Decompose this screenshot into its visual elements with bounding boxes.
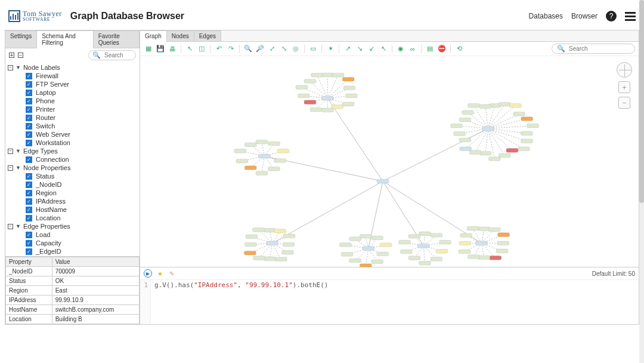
- graph-node[interactable]: [497, 241, 509, 245]
- graph-node[interactable]: [274, 159, 286, 163]
- nav-browser[interactable]: Browser: [571, 12, 597, 20]
- graph-node[interactable]: [498, 233, 510, 237]
- graph-node[interactable]: [527, 124, 539, 128]
- checkbox-icon[interactable]: ✓: [26, 190, 32, 196]
- graph-node[interactable]: [296, 85, 308, 90]
- tree-item[interactable]: ✓Web Server: [26, 130, 137, 139]
- graph-node[interactable]: [490, 256, 501, 260]
- graph-search-input[interactable]: [568, 45, 627, 53]
- graph-node[interactable]: [439, 240, 451, 244]
- query-editor[interactable]: g.V().has("IPAddress", "99.99.10.1").bot…: [151, 280, 639, 324]
- graph-node[interactable]: [360, 264, 371, 267]
- graph-node[interactable]: [521, 139, 533, 143]
- tab-edges[interactable]: Edges: [194, 30, 221, 41]
- graph-node[interactable]: [518, 147, 530, 151]
- graph-node[interactable]: [419, 261, 431, 265]
- graph-node[interactable]: [253, 256, 265, 260]
- collapse-all-icon[interactable]: −: [18, 53, 23, 58]
- marquee-icon[interactable]: ▭: [308, 44, 318, 54]
- graph-node[interactable]: [349, 237, 361, 241]
- checkbox-icon[interactable]: ✓: [26, 198, 32, 205]
- tree-item[interactable]: ✓FTP Server: [26, 80, 137, 88]
- graph-node[interactable]: [462, 110, 474, 115]
- tree-item[interactable]: ✓HostName: [26, 205, 137, 214]
- checkbox-icon[interactable]: ✓: [26, 240, 32, 247]
- graph-node[interactable]: [419, 232, 431, 236]
- tree-group-head[interactable]: −▼Edge Properties: [8, 222, 137, 230]
- graph-node[interactable]: [468, 103, 480, 107]
- graph-node[interactable]: [377, 179, 389, 183]
- graph-node[interactable]: [321, 73, 333, 77]
- layout-icon[interactable]: ▦: [144, 44, 153, 54]
- graph-node[interactable]: [371, 260, 383, 264]
- tree-group-head[interactable]: −▼Edge Types: [8, 147, 137, 155]
- collapse-icon[interactable]: −: [8, 165, 13, 171]
- tree-group-head[interactable]: −▼Node Properties: [8, 164, 137, 172]
- graph-node[interactable]: [256, 171, 268, 176]
- graph-node[interactable]: [451, 124, 463, 128]
- graph-node[interactable]: [479, 104, 491, 109]
- graph-canvas[interactable]: ＋ －: [140, 56, 639, 267]
- collapse2-icon[interactable]: ↖: [379, 44, 388, 54]
- zoom-fit-icon[interactable]: ⤢: [267, 44, 277, 54]
- graph-node[interactable]: [521, 117, 533, 121]
- tree-item[interactable]: ✓Load: [26, 230, 137, 239]
- undo-icon[interactable]: ↶: [214, 44, 224, 54]
- graph-node[interactable]: [256, 140, 268, 144]
- graph-node[interactable]: [298, 94, 309, 98]
- tree-item[interactable]: ✓Printer: [26, 105, 137, 113]
- redo-icon[interactable]: ↷: [226, 44, 236, 54]
- nav-databases[interactable]: Databases: [529, 12, 563, 20]
- cursor-icon[interactable]: ↖: [185, 44, 194, 54]
- collapse-icon[interactable]: ↙: [367, 44, 376, 54]
- graph-node[interactable]: [499, 102, 510, 106]
- expand2-icon[interactable]: ↘: [355, 44, 364, 54]
- collapse-icon[interactable]: −: [8, 224, 13, 229]
- checkbox-icon[interactable]: ✓: [26, 115, 32, 121]
- zoom-out-button[interactable]: －: [618, 97, 630, 109]
- graph-node[interactable]: [377, 252, 389, 256]
- table-row[interactable]: _NodeID700009: [6, 267, 140, 276]
- tree-item[interactable]: ✓_EdgeID: [26, 247, 137, 256]
- graph-node[interactable]: [264, 228, 275, 232]
- tab-schema[interactable]: Schema And Filtering: [37, 30, 94, 48]
- tree-search-input[interactable]: [103, 51, 133, 59]
- menu-icon[interactable]: [625, 12, 636, 21]
- tree-item[interactable]: ✓Connection: [26, 155, 137, 164]
- graph-node[interactable]: [321, 108, 333, 112]
- checkbox-icon[interactable]: ✓: [26, 123, 32, 130]
- tab-settings[interactable]: Settings: [5, 30, 37, 48]
- graph-node[interactable]: [275, 257, 287, 262]
- tree-item[interactable]: ✓Status: [26, 172, 137, 180]
- graph-node[interactable]: [467, 255, 479, 259]
- graph-node[interactable]: [264, 257, 275, 261]
- link-icon[interactable]: ∞: [408, 44, 417, 54]
- graph-node[interactable]: [476, 241, 488, 245]
- zoom-in-button[interactable]: ＋: [618, 81, 630, 93]
- graph-node[interactable]: [459, 250, 470, 254]
- graph-node[interactable]: [399, 240, 411, 244]
- save-icon[interactable]: 💾: [156, 44, 165, 54]
- graph-node[interactable]: [339, 243, 351, 247]
- graph-node[interactable]: [252, 228, 264, 232]
- graph-node[interactable]: [345, 94, 357, 98]
- graph-node[interactable]: [400, 250, 412, 254]
- graph-node[interactable]: [360, 235, 371, 239]
- graph-node[interactable]: [478, 256, 490, 260]
- tab-graph[interactable]: Graph: [140, 30, 167, 42]
- graph-node[interactable]: [332, 105, 343, 109]
- graph-node[interactable]: [459, 118, 471, 122]
- graph-node[interactable]: [267, 241, 278, 245]
- graph-node[interactable]: [277, 149, 289, 153]
- schema-tree[interactable]: −▼Node Labels✓Firewall✓FTP Server✓Laptop…: [5, 62, 140, 256]
- tab-nodes[interactable]: Nodes: [167, 30, 194, 41]
- print-icon[interactable]: 🖶: [168, 44, 177, 54]
- graph-node[interactable]: [282, 250, 294, 254]
- center-icon[interactable]: ◉: [396, 44, 405, 54]
- graph-node[interactable]: [236, 159, 248, 163]
- tree-item[interactable]: ✓Firewall: [26, 72, 137, 80]
- graph-node[interactable]: [499, 153, 510, 158]
- expand-all-icon[interactable]: +: [9, 53, 14, 58]
- tree-item[interactable]: ✓Phone: [26, 97, 137, 105]
- graph-node[interactable]: [496, 249, 508, 253]
